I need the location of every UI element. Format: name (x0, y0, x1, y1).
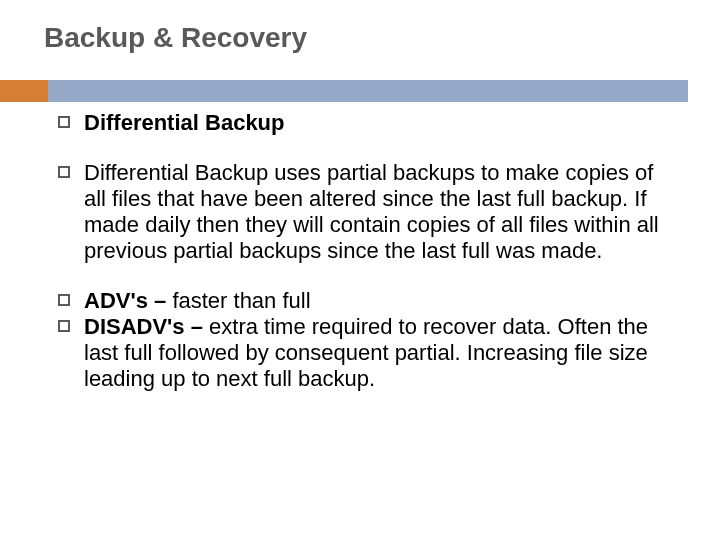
bold-text: Differential Backup (84, 110, 285, 135)
accent-bar (0, 80, 48, 102)
list-item: ADV's – faster than full (58, 288, 680, 314)
bullet-icon (58, 294, 70, 306)
content-area: Differential Backup Differential Backup … (48, 110, 690, 392)
bold-text: ADV's – (84, 288, 172, 313)
bullet-icon (58, 166, 70, 178)
regular-text: Differential Backup uses partial backups… (84, 160, 659, 263)
list-item-text: ADV's – faster than full (84, 288, 311, 314)
list-item-text: DISADV's – extra time required to recove… (84, 314, 680, 392)
list-item-text: Differential Backup uses partial backups… (84, 160, 680, 264)
regular-text: faster than full (172, 288, 310, 313)
slide-title: Backup & Recovery (44, 22, 690, 54)
bold-text: DISADV's – (84, 314, 209, 339)
main-bar (48, 80, 688, 102)
bullet-icon (58, 320, 70, 332)
list-item: DISADV's – extra time required to recove… (58, 314, 680, 392)
divider-bar (0, 80, 720, 102)
bullet-icon (58, 116, 70, 128)
list-item: Differential Backup uses partial backups… (58, 160, 680, 264)
slide: Backup & Recovery Differential Backup Di… (0, 0, 720, 540)
list-item: Differential Backup (58, 110, 680, 136)
list-item-text: Differential Backup (84, 110, 285, 136)
